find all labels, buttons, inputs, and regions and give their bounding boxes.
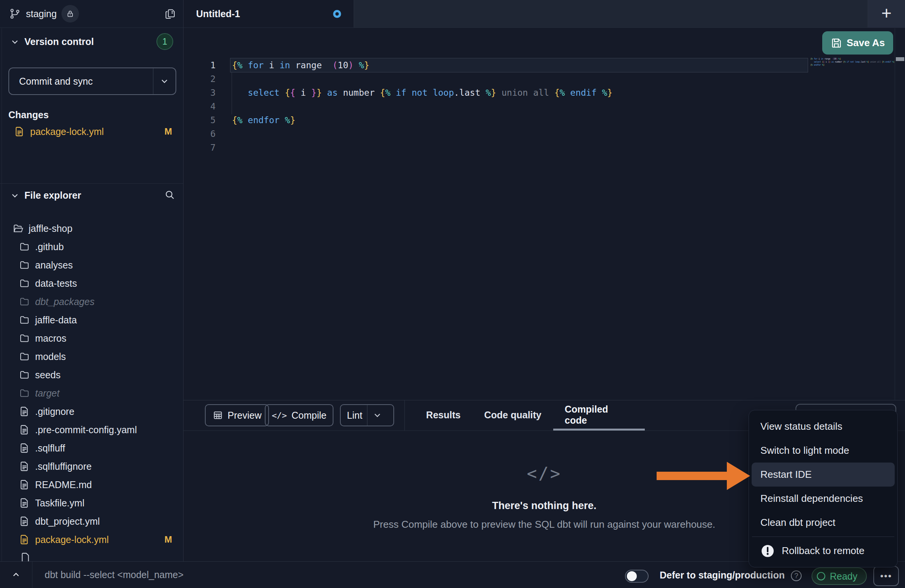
menu-item-rollback-to-remote[interactable]: Rollback to remote <box>749 539 897 563</box>
code-token: % <box>385 88 391 98</box>
indent-guide <box>232 72 232 114</box>
changed-file-row[interactable]: package-lock.yml M <box>0 124 183 140</box>
annotation-arrow-icon <box>654 460 752 492</box>
tab-title: Untitled-1 <box>196 8 240 19</box>
code-token <box>338 88 343 98</box>
branch-header: staging <box>0 0 183 28</box>
menu-item-reinstall-dependencies[interactable]: Reinstall dependencies <box>749 487 897 511</box>
copy-icon[interactable] <box>162 6 177 21</box>
file-icon <box>19 479 30 490</box>
minimap-line: select {{ i }} as number {% if not loop.… <box>810 60 882 63</box>
tree-item-analyses[interactable]: analyses <box>0 256 183 274</box>
tabbar-right-section: + <box>868 0 905 27</box>
modified-badge: M <box>164 534 172 545</box>
code-token <box>428 88 433 98</box>
menu-item-label: Rollback to remote <box>782 545 865 557</box>
scrollbar-thumb[interactable] <box>896 57 904 61</box>
code-token <box>280 88 285 98</box>
branch-name[interactable]: staging <box>26 8 57 19</box>
code-token: } <box>840 57 841 60</box>
tree-item-data-tests[interactable]: data-tests <box>0 274 183 292</box>
menu-item-view-status-details[interactable]: View status details <box>749 414 897 439</box>
tree-item-seeds[interactable]: seeds <box>0 366 183 384</box>
tree-item-label: README.md <box>35 479 92 490</box>
more-options-button[interactable]: ••• <box>873 566 899 586</box>
tree-item-clipped[interactable] <box>20 552 31 561</box>
tree-item-pre-commit-config-yaml[interactable]: .pre-commit-config.yaml <box>0 421 183 439</box>
preview-button[interactable]: Preview <box>205 404 269 426</box>
tree-item-readme-md[interactable]: README.md <box>0 476 183 494</box>
code-token: as <box>327 88 338 98</box>
ready-status-button[interactable]: Ready <box>812 567 867 585</box>
file-tree: jaffle-shop.githubanalysesdata-testsdbt_… <box>0 219 183 549</box>
tree-item-label: jaffle-shop <box>29 223 72 234</box>
panel-tab-code-quality[interactable]: Code quality <box>484 400 541 429</box>
table-icon <box>213 410 223 421</box>
code-token: select <box>814 60 821 63</box>
code-token: } <box>607 88 613 98</box>
defer-toggle[interactable] <box>625 570 649 583</box>
git-branch-icon <box>9 8 21 19</box>
button-label: Preview <box>228 410 262 421</box>
tree-item-models[interactable]: models <box>0 347 183 366</box>
commit-and-sync-button[interactable]: Commit and sync <box>8 67 176 95</box>
tab-untitled-1[interactable]: Untitled-1 <box>184 0 354 27</box>
code-line-1: {% for i in range (10) %} <box>232 58 369 72</box>
folder-icon <box>19 388 30 398</box>
code-token: } <box>317 88 322 98</box>
code-token: { <box>232 115 237 125</box>
new-tab-button[interactable]: + <box>881 4 892 22</box>
menu-item-restart-ide[interactable]: Restart IDE <box>752 463 895 487</box>
folder-icon <box>19 351 30 362</box>
code-token <box>354 60 359 70</box>
dbt-ide-app: staging Version control 1 Commit and syn… <box>0 0 905 588</box>
lint-button[interactable]: Lint <box>340 404 394 426</box>
compile-button[interactable]: </>Compile <box>265 404 333 426</box>
version-control-header[interactable]: Version control 1 <box>0 36 183 47</box>
command-input[interactable]: dbt build --select <model_name> <box>45 562 426 588</box>
tree-item-dbt-packages[interactable]: dbt_packages <box>0 292 183 311</box>
tree-item-label: .gitignore <box>35 406 74 417</box>
panel-tab-results[interactable]: Results <box>426 400 461 429</box>
tree-item-gitignore[interactable]: .gitignore <box>0 402 183 421</box>
tree-item-jaffle-shop[interactable]: jaffle-shop <box>0 219 183 238</box>
lint-dropdown[interactable] <box>367 405 387 426</box>
file-icon <box>19 443 30 453</box>
tree-item-jaffle-data[interactable]: jaffle-data <box>0 311 183 329</box>
minimap[interactable]: {% for i in range (10) %} select {{ i }}… <box>810 57 894 66</box>
chevron-up-icon[interactable] <box>7 566 25 583</box>
file-icon <box>19 516 30 527</box>
unsaved-dot-icon <box>333 10 341 18</box>
menu-divider <box>752 537 894 537</box>
panel-tab-compiled-code[interactable]: Compiled code <box>565 400 632 429</box>
button-label: Compile <box>291 410 327 421</box>
help-icon[interactable]: ? <box>791 570 802 581</box>
search-icon[interactable] <box>164 189 176 201</box>
menu-item-label: Reinstall dependencies <box>760 493 863 504</box>
tree-item-package-lock-yml[interactable]: package-lock.ymlM <box>0 530 183 549</box>
folder-icon <box>19 370 30 380</box>
code-token: for <box>248 60 264 70</box>
tree-item-sqlfluffignore[interactable]: .sqlfluffignore <box>0 457 183 476</box>
menu-item-clean-dbt-project[interactable]: Clean dbt project <box>749 511 897 535</box>
code-token: in <box>280 60 290 70</box>
minimap-line: {% endfor %} <box>810 63 882 66</box>
tree-item-label: data-tests <box>35 278 77 289</box>
folder-icon <box>19 315 30 325</box>
tree-item-taskfile-yml[interactable]: Taskfile.yml <box>0 494 183 512</box>
tree-item-dbt-project-yml[interactable]: dbt_project.yml <box>0 512 183 530</box>
code-editor[interactable]: 1234567 {% for i in range (10) %} select… <box>184 28 905 400</box>
code-token <box>496 88 502 98</box>
file-icon <box>19 461 30 472</box>
chevron-down-icon <box>372 410 382 420</box>
file-explorer-header[interactable]: File explorer <box>0 190 183 201</box>
menu-item-switch-to-light-mode[interactable]: Switch to light mode <box>749 439 897 463</box>
tree-item-sqlfluff[interactable]: .sqlfluff <box>0 439 183 457</box>
tree-item-macros[interactable]: macros <box>0 329 183 347</box>
commit-options-dropdown[interactable] <box>153 68 176 94</box>
code-token: i <box>269 60 274 70</box>
tree-item-target[interactable]: target <box>0 384 183 402</box>
tree-item-github[interactable]: .github <box>0 238 183 256</box>
section-divider <box>0 183 183 184</box>
code-token: endif <box>886 60 891 63</box>
